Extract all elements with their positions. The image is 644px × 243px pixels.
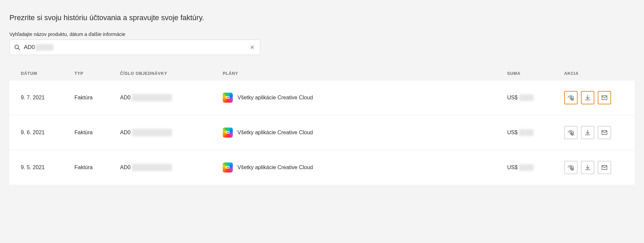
order-redacted [132,129,172,136]
clear-search-button[interactable] [249,44,256,51]
search-box: AD0 [9,40,260,55]
download-invoice-button[interactable] [581,161,594,174]
page-title: Prezrite si svoju históriu účtovania a s… [9,13,635,22]
plan-name: Všetky aplikácie Creative Cloud [237,95,313,101]
amount-redacted [519,94,534,101]
cell-date: 9. 5. 2021 [21,164,74,171]
cell-type: Faktúra [74,164,120,171]
mail-icon [601,164,608,171]
plan-name: Všetky aplikácie Creative Cloud [237,130,313,136]
view-invoice-button[interactable] [564,91,578,104]
table-row: 9. 6. 2021 Faktúra AD0 Všetky aplikácie … [9,115,635,150]
order-prefix: AD0 [120,95,130,101]
eye-check-icon [568,94,574,101]
cell-order: AD0 [120,164,223,171]
download-icon [584,94,591,101]
table-row: 9. 5. 2021 Faktúra AD0 Všetky aplikácie … [9,150,635,185]
table-header: DÁTUM TYP ČÍSLO OBJEDNÁVKY PLÁNY SUMA AK… [9,71,635,81]
col-header-amount: SUMA [507,71,564,76]
download-invoice-button[interactable] [581,126,594,139]
download-invoice-button[interactable] [581,91,594,104]
search-label: Vyhľadajte názov produktu, dátum a ďalši… [9,32,635,37]
email-invoice-button[interactable] [598,91,611,104]
svg-line-1 [18,48,19,50]
col-header-date: DÁTUM [21,71,74,76]
creative-cloud-icon [223,93,233,103]
col-header-plan: PLÁNY [223,71,507,76]
cell-action [564,91,623,104]
table-row: 9. 7. 2021 Faktúra AD0 Všetky aplikácie … [9,81,635,115]
order-prefix: AD0 [120,164,130,171]
col-header-action: AKCIA [564,71,623,76]
view-invoice-button[interactable] [564,161,578,174]
search-value-redacted [36,44,54,51]
close-icon [250,45,255,50]
col-header-order: ČÍSLO OBJEDNÁVKY [120,71,223,76]
cell-order: AD0 [120,129,223,136]
col-header-type: TYP [74,71,120,76]
cell-plan: Všetky aplikácie Creative Cloud [223,128,507,138]
view-invoice-button[interactable] [564,126,578,139]
cell-action [564,161,623,174]
amount-prefix: US$ [507,164,518,171]
mail-icon [601,94,608,101]
cell-type: Faktúra [74,130,120,136]
billing-table: DÁTUM TYP ČÍSLO OBJEDNÁVKY PLÁNY SUMA AK… [9,71,635,185]
amount-redacted [519,164,534,171]
order-redacted [132,164,172,171]
amount-prefix: US$ [507,95,518,101]
cell-date: 9. 6. 2021 [21,130,74,136]
svg-point-10 [570,166,572,168]
svg-point-4 [570,97,572,98]
svg-point-0 [15,45,18,49]
eye-check-icon [568,164,574,171]
download-icon [584,164,591,171]
cell-amount: US$ [507,164,564,171]
email-invoice-button[interactable] [598,161,611,174]
mail-icon [601,129,608,136]
order-prefix: AD0 [120,130,130,136]
email-invoice-button[interactable] [598,126,611,139]
svg-point-7 [570,132,572,133]
cell-amount: US$ [507,94,564,101]
cell-plan: Všetky aplikácie Creative Cloud [223,93,507,103]
order-redacted [132,94,172,101]
cell-amount: US$ [507,129,564,136]
eye-check-icon [568,129,574,136]
cell-order: AD0 [120,94,223,101]
creative-cloud-icon [223,128,233,138]
cell-action [564,126,623,139]
search-icon [14,44,20,51]
plan-name: Všetky aplikácie Creative Cloud [237,164,313,171]
download-icon [584,129,591,136]
cell-plan: Všetky aplikácie Creative Cloud [223,162,507,173]
amount-prefix: US$ [507,130,518,136]
creative-cloud-icon [223,162,233,173]
search-input[interactable] [54,44,245,51]
cell-type: Faktúra [74,95,120,101]
amount-redacted [519,129,534,136]
search-value-prefix: AD0 [24,44,35,51]
cell-date: 9. 7. 2021 [21,95,74,101]
table-body: 9. 7. 2021 Faktúra AD0 Všetky aplikácie … [9,81,635,185]
